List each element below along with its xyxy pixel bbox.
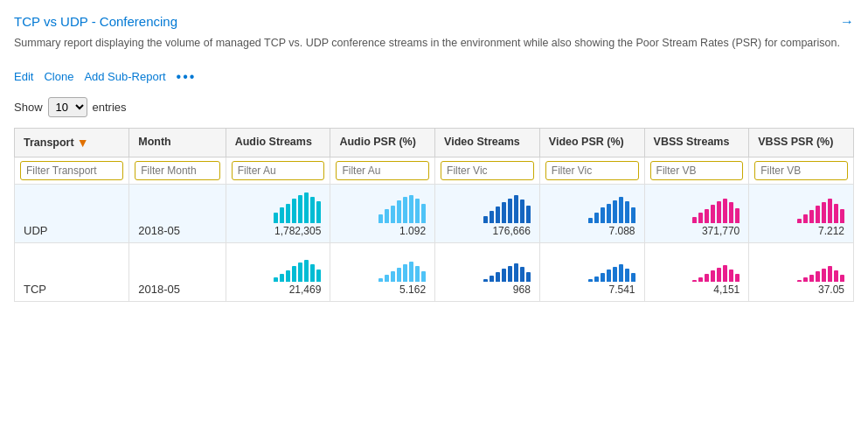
filter-audio-psr-input[interactable] bbox=[336, 161, 429, 180]
chart-cell: 1,782,305 bbox=[226, 184, 330, 242]
more-options-button[interactable]: ••• bbox=[177, 69, 197, 85]
col-video-streams: Video Streams bbox=[435, 128, 540, 157]
filter-audio-streams-cell bbox=[226, 157, 330, 184]
chart-cell: 968 bbox=[435, 242, 540, 301]
filter-transport-cell bbox=[15, 157, 129, 184]
table-row: TCP2018-0521,4695.1629687.5414,15137.05 bbox=[15, 242, 854, 301]
col-audio-streams: Audio Streams bbox=[226, 128, 330, 157]
data-table: Transport ▼ Month Audio Streams Audio PS… bbox=[14, 128, 854, 302]
transport-cell: UDP bbox=[15, 184, 129, 242]
show-entries-row: Show 10 25 50 entries bbox=[14, 97, 854, 117]
show-label: Show bbox=[14, 101, 43, 114]
month-cell: 2018-05 bbox=[129, 242, 226, 301]
edit-link[interactable]: Edit bbox=[14, 70, 33, 83]
chart-cell: 371,770 bbox=[644, 184, 749, 242]
entries-select[interactable]: 10 25 50 bbox=[48, 97, 87, 117]
month-cell: 2018-05 bbox=[129, 184, 226, 242]
filter-audio-streams-input[interactable] bbox=[232, 161, 325, 180]
filter-audio-psr-cell bbox=[330, 157, 435, 184]
navigate-arrow-icon[interactable]: → bbox=[840, 14, 854, 30]
col-vbss-streams: VBSS Streams bbox=[644, 128, 749, 157]
filter-vbss-psr-cell bbox=[749, 157, 854, 184]
clone-link[interactable]: Clone bbox=[44, 70, 73, 83]
sort-transport-icon[interactable]: ▼ bbox=[77, 136, 89, 150]
chart-cell: 176,666 bbox=[435, 184, 540, 242]
page-title: TCP vs UDP - Conferencing bbox=[14, 14, 177, 29]
chart-cell: 7.088 bbox=[539, 184, 644, 242]
chart-cell: 21,469 bbox=[226, 242, 330, 301]
chart-cell: 5.162 bbox=[330, 242, 435, 301]
entries-label: entries bbox=[93, 101, 127, 114]
filter-video-psr-input[interactable] bbox=[545, 161, 639, 180]
col-month: Month bbox=[129, 128, 226, 157]
chart-cell: 4,151 bbox=[644, 242, 749, 301]
filter-vbss-psr-input[interactable] bbox=[754, 161, 848, 180]
filter-month-cell bbox=[129, 157, 226, 184]
chart-cell: 7.541 bbox=[539, 242, 644, 301]
filter-video-streams-cell bbox=[435, 157, 540, 184]
filter-video-psr-cell bbox=[539, 157, 644, 184]
transport-cell: TCP bbox=[15, 242, 129, 301]
col-video-psr: Video PSR (%) bbox=[539, 128, 644, 157]
table-row: UDP2018-051,782,3051.092176,6667.088371,… bbox=[15, 184, 854, 242]
col-vbss-psr: VBSS PSR (%) bbox=[749, 128, 854, 157]
filter-transport-input[interactable] bbox=[20, 161, 123, 180]
col-transport: Transport ▼ bbox=[15, 128, 129, 157]
chart-cell: 1.092 bbox=[330, 184, 435, 242]
filter-month-input[interactable] bbox=[135, 161, 219, 180]
col-audio-psr: Audio PSR (%) bbox=[330, 128, 435, 157]
chart-cell: 7.212 bbox=[749, 184, 854, 242]
filter-vbss-streams-input[interactable] bbox=[650, 161, 744, 180]
add-sub-report-link[interactable]: Add Sub-Report bbox=[84, 70, 165, 83]
filter-vbss-streams-cell bbox=[644, 157, 749, 184]
page-description: Summary report displaying the volume of … bbox=[14, 35, 854, 52]
chart-cell: 37.05 bbox=[749, 242, 854, 301]
filter-video-streams-input[interactable] bbox=[441, 161, 534, 180]
toolbar: Edit Clone Add Sub-Report ••• bbox=[14, 69, 854, 85]
